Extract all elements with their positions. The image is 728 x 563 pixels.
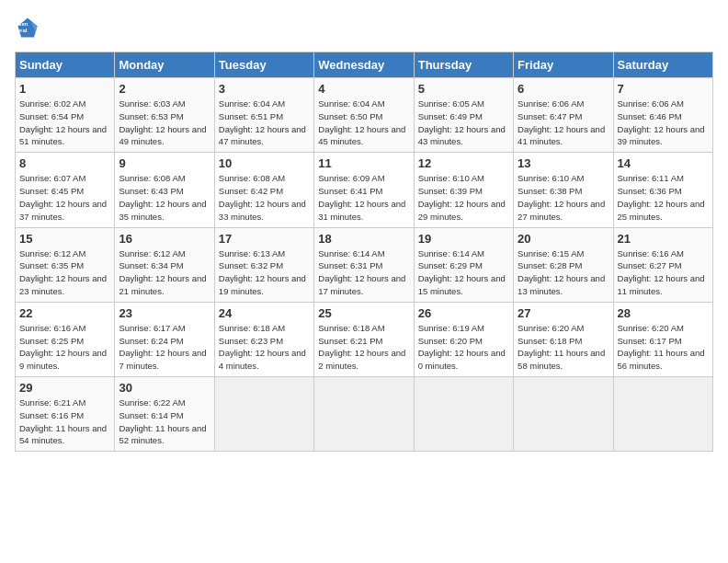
calendar-week-3: 15Sunrise: 6:12 AMSunset: 6:35 PMDayligh… (16, 227, 713, 302)
day-info: Sunrise: 6:18 AMSunset: 6:21 PMDaylight:… (318, 323, 405, 371)
calendar-cell: 30Sunrise: 6:22 AMSunset: 6:14 PMDayligh… (115, 377, 214, 452)
weekday-header-friday: Friday (514, 52, 613, 78)
weekday-header-tuesday: Tuesday (214, 52, 313, 78)
svg-text:Gen: Gen (17, 20, 28, 27)
calendar-cell: 7Sunrise: 6:06 AMSunset: 6:46 PMDaylight… (613, 78, 712, 153)
day-info: Sunrise: 6:09 AMSunset: 6:41 PMDaylight:… (318, 173, 405, 221)
calendar-cell (613, 377, 712, 452)
day-number: 29 (19, 381, 110, 395)
day-info: Sunrise: 6:13 AMSunset: 6:32 PMDaylight:… (219, 248, 306, 296)
calendar-cell: 21Sunrise: 6:16 AMSunset: 6:27 PMDayligh… (613, 227, 712, 302)
calendar-cell: 13Sunrise: 6:10 AMSunset: 6:38 PMDayligh… (514, 153, 613, 227)
day-info: Sunrise: 6:12 AMSunset: 6:35 PMDaylight:… (19, 248, 107, 296)
calendar-cell (414, 377, 513, 452)
day-number: 26 (418, 306, 509, 320)
calendar-cell: 12Sunrise: 6:10 AMSunset: 6:39 PMDayligh… (414, 153, 513, 227)
logo: Gen eral (15, 15, 44, 40)
day-number: 2 (119, 82, 210, 96)
weekday-header-sunday: Sunday (16, 52, 115, 78)
day-info: Sunrise: 6:16 AMSunset: 6:27 PMDaylight:… (618, 248, 705, 296)
calendar-cell: 27Sunrise: 6:20 AMSunset: 6:18 PMDayligh… (514, 302, 613, 376)
day-number: 23 (119, 306, 210, 320)
day-number: 13 (518, 156, 609, 170)
calendar-body: 1Sunrise: 6:02 AMSunset: 6:54 PMDaylight… (16, 78, 713, 452)
calendar-week-1: 1Sunrise: 6:02 AMSunset: 6:54 PMDaylight… (16, 78, 713, 153)
day-info: Sunrise: 6:15 AMSunset: 6:28 PMDaylight:… (518, 248, 605, 296)
calendar-cell (514, 377, 613, 452)
day-info: Sunrise: 6:14 AMSunset: 6:31 PMDaylight:… (318, 248, 405, 296)
calendar-cell: 24Sunrise: 6:18 AMSunset: 6:23 PMDayligh… (214, 302, 313, 376)
calendar-cell: 14Sunrise: 6:11 AMSunset: 6:36 PMDayligh… (613, 153, 712, 227)
calendar-cell (214, 377, 313, 452)
day-number: 24 (219, 306, 310, 320)
day-info: Sunrise: 6:11 AMSunset: 6:36 PMDaylight:… (618, 173, 705, 221)
day-number: 6 (518, 82, 609, 96)
calendar-cell: 5Sunrise: 6:05 AMSunset: 6:49 PMDaylight… (414, 78, 513, 153)
day-info: Sunrise: 6:03 AMSunset: 6:53 PMDaylight:… (119, 98, 206, 146)
day-info: Sunrise: 6:20 AMSunset: 6:17 PMDaylight:… (618, 323, 705, 371)
day-number: 28 (618, 306, 709, 320)
weekday-header-thursday: Thursday (414, 52, 513, 78)
day-number: 4 (318, 82, 409, 96)
day-number: 11 (318, 156, 409, 170)
calendar-cell: 22Sunrise: 6:16 AMSunset: 6:25 PMDayligh… (16, 302, 115, 376)
day-info: Sunrise: 6:20 AMSunset: 6:18 PMDaylight:… (518, 323, 605, 371)
day-number: 7 (618, 82, 709, 96)
day-info: Sunrise: 6:21 AMSunset: 6:16 PMDaylight:… (19, 397, 107, 445)
calendar-week-2: 8Sunrise: 6:07 AMSunset: 6:45 PMDaylight… (16, 153, 713, 227)
logo-icon: Gen eral (15, 15, 40, 40)
day-number: 10 (219, 156, 310, 170)
calendar-cell: 29Sunrise: 6:21 AMSunset: 6:16 PMDayligh… (16, 377, 115, 452)
day-number: 12 (418, 156, 509, 170)
weekday-header-monday: Monday (115, 52, 214, 78)
day-info: Sunrise: 6:17 AMSunset: 6:24 PMDaylight:… (119, 323, 206, 371)
day-info: Sunrise: 6:12 AMSunset: 6:34 PMDaylight:… (119, 248, 206, 296)
day-info: Sunrise: 6:02 AMSunset: 6:54 PMDaylight:… (19, 98, 107, 146)
day-number: 15 (19, 232, 110, 246)
day-number: 1 (19, 82, 110, 96)
day-number: 27 (518, 306, 609, 320)
day-number: 5 (418, 82, 509, 96)
calendar-cell: 15Sunrise: 6:12 AMSunset: 6:35 PMDayligh… (16, 227, 115, 302)
weekday-header-row: SundayMondayTuesdayWednesdayThursdayFrid… (16, 52, 713, 78)
day-info: Sunrise: 6:08 AMSunset: 6:43 PMDaylight:… (119, 173, 206, 221)
calendar-table: SundayMondayTuesdayWednesdayThursdayFrid… (15, 52, 713, 452)
calendar-week-4: 22Sunrise: 6:16 AMSunset: 6:25 PMDayligh… (16, 302, 713, 376)
calendar-cell: 20Sunrise: 6:15 AMSunset: 6:28 PMDayligh… (514, 227, 613, 302)
day-info: Sunrise: 6:08 AMSunset: 6:42 PMDaylight:… (219, 173, 306, 221)
calendar-cell: 10Sunrise: 6:08 AMSunset: 6:42 PMDayligh… (214, 153, 313, 227)
day-info: Sunrise: 6:16 AMSunset: 6:25 PMDaylight:… (19, 323, 107, 371)
calendar-cell: 3Sunrise: 6:04 AMSunset: 6:51 PMDaylight… (214, 78, 313, 153)
calendar-cell (314, 377, 414, 452)
calendar-cell: 8Sunrise: 6:07 AMSunset: 6:45 PMDaylight… (16, 153, 115, 227)
day-info: Sunrise: 6:22 AMSunset: 6:14 PMDaylight:… (119, 397, 206, 445)
calendar-cell: 11Sunrise: 6:09 AMSunset: 6:41 PMDayligh… (314, 153, 414, 227)
calendar-cell: 6Sunrise: 6:06 AMSunset: 6:47 PMDaylight… (514, 78, 613, 153)
day-number: 21 (618, 232, 709, 246)
day-number: 3 (219, 82, 310, 96)
day-info: Sunrise: 6:04 AMSunset: 6:51 PMDaylight:… (219, 98, 306, 146)
calendar-cell: 26Sunrise: 6:19 AMSunset: 6:20 PMDayligh… (414, 302, 513, 376)
day-info: Sunrise: 6:18 AMSunset: 6:23 PMDaylight:… (219, 323, 306, 371)
day-info: Sunrise: 6:14 AMSunset: 6:29 PMDaylight:… (418, 248, 506, 296)
day-info: Sunrise: 6:10 AMSunset: 6:39 PMDaylight:… (418, 173, 506, 221)
calendar-cell: 2Sunrise: 6:03 AMSunset: 6:53 PMDaylight… (115, 78, 214, 153)
day-info: Sunrise: 6:05 AMSunset: 6:49 PMDaylight:… (418, 98, 506, 146)
day-number: 9 (119, 156, 210, 170)
day-info: Sunrise: 6:04 AMSunset: 6:50 PMDaylight:… (318, 98, 405, 146)
calendar-cell: 18Sunrise: 6:14 AMSunset: 6:31 PMDayligh… (314, 227, 414, 302)
day-number: 19 (418, 232, 509, 246)
day-number: 18 (318, 232, 409, 246)
svg-text:eral: eral (17, 27, 28, 33)
calendar-cell: 28Sunrise: 6:20 AMSunset: 6:17 PMDayligh… (613, 302, 712, 376)
calendar-cell: 25Sunrise: 6:18 AMSunset: 6:21 PMDayligh… (314, 302, 414, 376)
page-header: Gen eral (15, 15, 713, 40)
day-number: 17 (219, 232, 310, 246)
calendar-cell: 17Sunrise: 6:13 AMSunset: 6:32 PMDayligh… (214, 227, 313, 302)
day-info: Sunrise: 6:07 AMSunset: 6:45 PMDaylight:… (19, 173, 107, 221)
day-number: 22 (19, 306, 110, 320)
day-number: 20 (518, 232, 609, 246)
calendar-cell: 16Sunrise: 6:12 AMSunset: 6:34 PMDayligh… (115, 227, 214, 302)
weekday-header-wednesday: Wednesday (314, 52, 414, 78)
day-info: Sunrise: 6:10 AMSunset: 6:38 PMDaylight:… (518, 173, 605, 221)
